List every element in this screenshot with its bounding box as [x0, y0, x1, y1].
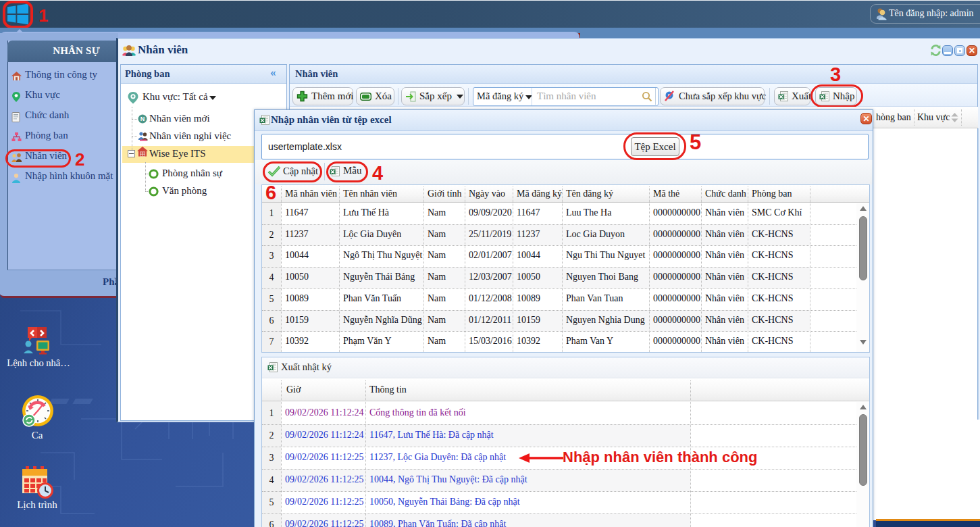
svg-text:N: N [140, 116, 145, 122]
